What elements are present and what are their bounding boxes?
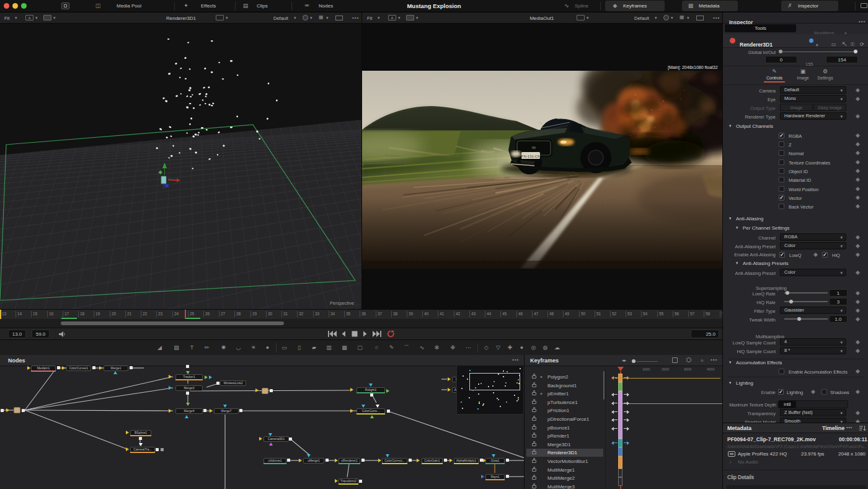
svg-text:FN-131-CK: FN-131-CK (521, 155, 540, 158)
